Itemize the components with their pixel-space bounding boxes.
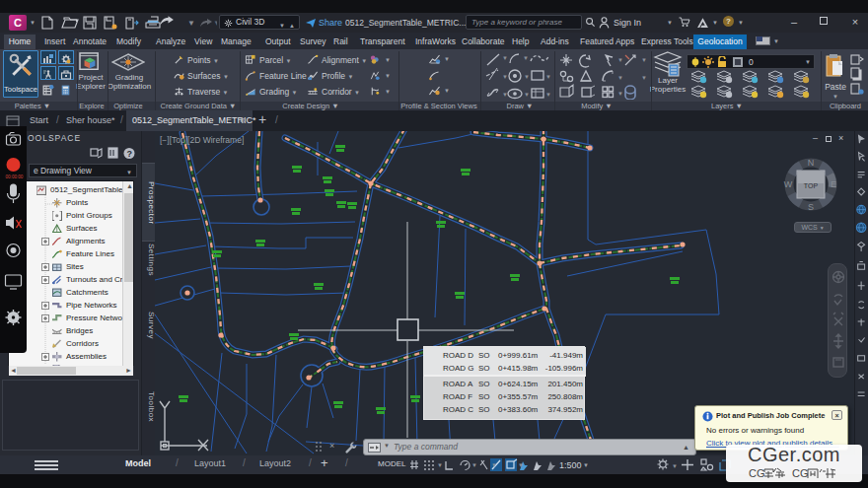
svg-text:▼: ▼: [187, 19, 195, 28]
svg-text:▼: ▼: [502, 74, 508, 80]
svg-text:N: N: [808, 158, 815, 168]
svg-text:▼: ▼: [491, 462, 497, 468]
svg-text:▼: ▼: [617, 91, 623, 97]
svg-text:▼: ▼: [213, 19, 217, 28]
svg-text:S: S: [808, 202, 814, 212]
svg-text:▼: ▼: [518, 462, 524, 468]
svg-text:00:00:00: 00:00:00: [6, 174, 24, 179]
svg-text:▼: ▼: [617, 57, 623, 63]
svg-text:▼: ▼: [545, 92, 551, 98]
svg-text:CG: CG: [792, 467, 809, 479]
svg-text:▼: ▼: [437, 462, 443, 468]
svg-text:▼: ▼: [524, 92, 530, 98]
svg-text:▼: ▼: [583, 462, 589, 468]
svg-text:▼: ▼: [524, 74, 530, 80]
svg-text:▼: ▼: [502, 55, 508, 61]
svg-text:▼: ▼: [502, 92, 508, 98]
svg-text:?: ?: [127, 149, 133, 159]
svg-text:E: E: [831, 179, 836, 189]
svg-text:1:500: 1:500: [559, 460, 582, 470]
svg-text:CG: CG: [749, 467, 765, 479]
svg-text:W: W: [784, 179, 793, 189]
svg-text:TOP: TOP: [804, 182, 819, 189]
svg-text:▼: ▼: [523, 55, 529, 61]
svg-text:▼: ▼: [672, 463, 678, 469]
svg-text:▼: ▼: [617, 75, 623, 81]
svg-text:▼: ▼: [641, 57, 647, 63]
svg-text:▼: ▼: [545, 74, 551, 80]
svg-text:▼: ▼: [471, 462, 477, 468]
